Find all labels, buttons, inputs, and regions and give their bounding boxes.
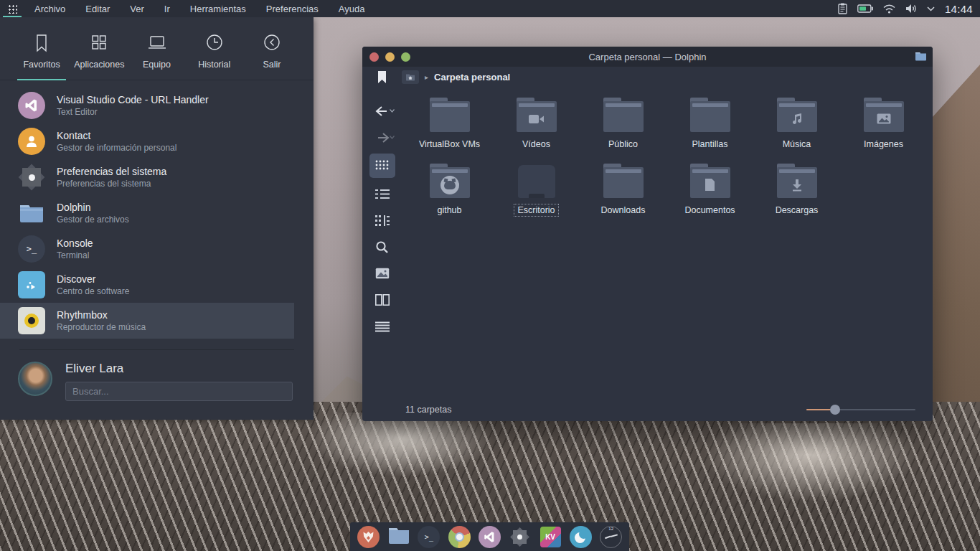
app-desc: Gestor de información personal [57,143,176,153]
app-item-rhythmbox[interactable]: Rhythmbox Reproductor de música [0,303,294,339]
menu-icon[interactable] [369,316,395,337]
app-launcher-button[interactable] [0,0,24,17]
dock-firefox[interactable] [356,524,380,549]
blue-folder-icon [18,199,45,227]
icons-view-button[interactable] [369,154,395,178]
folder-label: Plantillas [688,138,731,151]
wifi-icon[interactable] [883,4,895,14]
folder-label: Escritorio [514,204,558,217]
search-input[interactable] [65,382,293,401]
clock-12-label: 12 [608,527,613,531]
app-name: Preferencias del sistema [57,166,166,177]
app-name: Kontact [57,130,176,141]
folder-icon [777,164,817,198]
compact-view-button[interactable] [369,209,395,231]
folder-musica[interactable]: Música [753,93,840,159]
menu-herramientas[interactable]: Herramientas [180,1,256,17]
breadcrumb-bar: ▸ Carpeta personal [362,67,933,88]
folder-virtualbox-vms[interactable]: VirtualBox VMs [406,93,493,159]
terminal-icon: >_ [18,235,45,263]
application-launcher-panel: Favoritos Aplicaciones Equipo Historial [0,17,314,420]
window-titlebar[interactable]: Carpeta personal — Dolphin [362,47,933,67]
app-desc: Centro de software [57,286,129,296]
app-item-kontact[interactable]: Kontact Gestor de información personal [0,123,294,159]
tab-historial[interactable]: Historial [186,27,243,80]
folder-icon [864,98,904,132]
app-item-preferencias[interactable]: Preferencias del sistema Preferencias de… [0,159,294,195]
app-desc: Preferencias del sistema [57,179,166,189]
app-name: Discover [57,273,129,285]
zoom-slider[interactable] [806,405,915,415]
vscode-icon [479,526,501,548]
menu-archivo[interactable]: Archivo [24,1,75,17]
chromium-icon [448,526,471,548]
folder-downloads[interactable]: Downloads [580,159,666,225]
user-area: Eliver Lara [0,350,314,420]
folder-icon [603,98,644,132]
grid-icon [90,33,108,53]
tray-clock[interactable]: 14:44 [945,3,973,15]
back-button[interactable] [369,100,395,122]
avatar[interactable] [18,362,52,396]
app-item-dolphin[interactable]: Dolphin Gestor de archivos [0,195,294,231]
image-glyph [877,113,891,124]
dock-kdenlive[interactable]: KV [538,524,562,549]
menu-editar[interactable]: Editar [75,1,120,17]
folder-label: Imágenes [860,138,907,151]
folder-view[interactable]: VirtualBox VMs Vídeos Público [402,88,933,398]
split-view-button[interactable] [369,289,395,311]
bookmark-icon[interactable] [362,71,402,84]
tab-label: Salir [263,60,281,70]
menu-preferencias[interactable]: Preferencias [256,1,329,17]
app-item-vscode[interactable]: Visual Studio Code - URL Handler Text Ed… [0,88,294,123]
folder-videos[interactable]: Vídeos [493,93,580,159]
tab-label: Historial [198,60,230,70]
folder-descargas[interactable]: Descargas [753,159,840,225]
zoom-slider-handle[interactable] [830,405,840,415]
clock-icon [205,33,224,53]
home-breadcrumb-button[interactable] [402,70,419,84]
tab-aplicaciones[interactable]: Aplicaciones [70,27,128,80]
preview-icon[interactable] [369,263,395,284]
chevron-down-icon[interactable] [927,6,935,11]
volume-icon[interactable] [905,4,917,14]
menu-ayuda[interactable]: Ayuda [329,1,375,17]
desktop: Archivo Editar Ver Ir Herramientas Prefe… [0,0,980,551]
details-view-button[interactable] [369,183,395,204]
menu-ir[interactable]: Ir [154,1,180,17]
folder-documentos[interactable]: Documentos [666,159,753,225]
clipboard-icon[interactable] [838,3,847,14]
tab-equipo[interactable]: Equipo [128,27,185,80]
app-name: Konsole [57,237,93,249]
dock-clock-widget[interactable]: 12 [599,524,623,549]
global-menubar: Archivo Editar Ver Ir Herramientas Prefe… [0,0,980,17]
dock-vscode[interactable] [477,524,501,549]
menu-ver[interactable]: Ver [120,1,154,17]
folder-escritorio[interactable]: Escritorio [493,159,580,225]
folder-publico[interactable]: Público [580,93,666,159]
folder-icon [690,164,730,198]
dock-konsole[interactable]: >_ [417,524,441,549]
dock-night-color[interactable] [568,524,593,549]
folder-imagenes[interactable]: Imágenes [840,93,927,159]
battery-icon[interactable] [857,4,873,13]
dock-file-manager[interactable] [387,524,411,549]
dock-chromium[interactable] [447,524,471,549]
tab-label: Equipo [143,60,171,70]
dock: >_ KV [350,522,629,551]
app-item-konsole[interactable]: >_ Konsole Terminal [0,231,294,267]
speaker-icon [18,307,45,334]
firefox-icon [357,526,380,548]
search-icon[interactable] [369,236,395,258]
breadcrumb-current[interactable]: Carpeta personal [434,72,510,83]
forward-button[interactable] [369,127,395,149]
folder-plantillas[interactable]: Plantillas [666,93,753,159]
night-color-icon [570,526,592,548]
app-name: Rhythmbox [57,309,146,321]
folder-github[interactable]: github [406,159,493,225]
dock-settings[interactable] [508,524,532,549]
status-bar: 11 carpetas [362,398,933,421]
app-item-discover[interactable]: Discover Centro de software [0,267,294,303]
tab-favoritos[interactable]: Favoritos [13,27,70,80]
tab-salir[interactable]: Salir [243,27,301,80]
